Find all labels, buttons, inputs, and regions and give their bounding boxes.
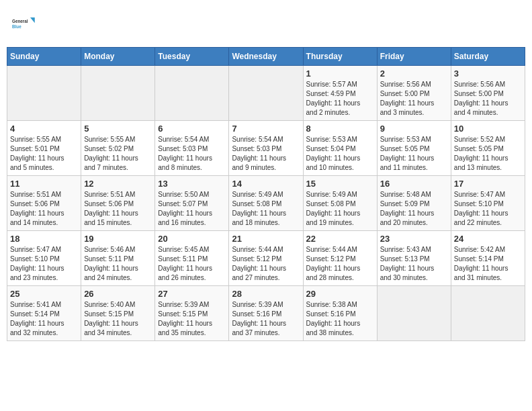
day-info: Sunrise: 5:51 AM Sunset: 5:06 PM Dayligh… bbox=[84, 190, 152, 228]
weekday-header-cell: Thursday bbox=[303, 48, 377, 66]
day-number: 6 bbox=[158, 124, 226, 134]
day-info: Sunrise: 5:49 AM Sunset: 5:08 PM Dayligh… bbox=[232, 190, 300, 228]
calendar-cell: 23Sunrise: 5:43 AM Sunset: 5:13 PM Dayli… bbox=[377, 231, 451, 286]
title-area bbox=[515, 7, 525, 17]
calendar-cell: 12Sunrise: 5:51 AM Sunset: 5:06 PM Dayli… bbox=[81, 176, 155, 231]
weekday-header-cell: Wednesday bbox=[229, 48, 303, 66]
calendar-cell bbox=[155, 66, 229, 121]
calendar-cell: 29Sunrise: 5:38 AM Sunset: 5:16 PM Dayli… bbox=[303, 286, 377, 341]
day-number: 17 bbox=[454, 179, 522, 189]
day-number: 25 bbox=[10, 289, 78, 299]
day-number: 18 bbox=[10, 234, 78, 244]
day-info: Sunrise: 5:42 AM Sunset: 5:14 PM Dayligh… bbox=[454, 245, 522, 283]
calendar-cell: 3Sunrise: 5:56 AM Sunset: 5:00 PM Daylig… bbox=[451, 66, 525, 121]
calendar-cell bbox=[377, 286, 451, 341]
calendar-cell: 14Sunrise: 5:49 AM Sunset: 5:08 PM Dayli… bbox=[229, 176, 303, 231]
day-number: 5 bbox=[84, 124, 152, 134]
day-info: Sunrise: 5:54 AM Sunset: 5:03 PM Dayligh… bbox=[232, 135, 300, 173]
calendar-cell: 25Sunrise: 5:41 AM Sunset: 5:14 PM Dayli… bbox=[7, 286, 81, 341]
calendar-cell: 15Sunrise: 5:49 AM Sunset: 5:08 PM Dayli… bbox=[303, 176, 377, 231]
weekday-header-row: SundayMondayTuesdayWednesdayThursdayFrid… bbox=[7, 48, 525, 66]
calendar-cell bbox=[7, 66, 81, 121]
day-number: 26 bbox=[84, 289, 152, 299]
day-info: Sunrise: 5:55 AM Sunset: 5:02 PM Dayligh… bbox=[84, 135, 152, 173]
day-number: 29 bbox=[306, 289, 374, 299]
day-number: 12 bbox=[84, 179, 152, 189]
calendar-cell: 2Sunrise: 5:56 AM Sunset: 5:00 PM Daylig… bbox=[377, 66, 451, 121]
day-info: Sunrise: 5:39 AM Sunset: 5:16 PM Dayligh… bbox=[232, 300, 300, 338]
day-number: 16 bbox=[380, 179, 448, 189]
day-number: 13 bbox=[158, 179, 226, 189]
calendar-cell: 8Sunrise: 5:53 AM Sunset: 5:04 PM Daylig… bbox=[303, 121, 377, 176]
day-number: 15 bbox=[306, 179, 374, 189]
day-info: Sunrise: 5:44 AM Sunset: 5:12 PM Dayligh… bbox=[232, 245, 300, 283]
logo-icon: GeneralBlue bbox=[12, 12, 36, 36]
day-info: Sunrise: 5:43 AM Sunset: 5:13 PM Dayligh… bbox=[380, 245, 448, 283]
calendar-cell bbox=[451, 286, 525, 341]
calendar-cell: 9Sunrise: 5:53 AM Sunset: 5:05 PM Daylig… bbox=[377, 121, 451, 176]
day-info: Sunrise: 5:53 AM Sunset: 5:04 PM Dayligh… bbox=[306, 135, 374, 173]
day-info: Sunrise: 5:56 AM Sunset: 5:00 PM Dayligh… bbox=[380, 80, 448, 118]
day-number: 20 bbox=[158, 234, 226, 244]
calendar-cell: 28Sunrise: 5:39 AM Sunset: 5:16 PM Dayli… bbox=[229, 286, 303, 341]
day-info: Sunrise: 5:54 AM Sunset: 5:03 PM Dayligh… bbox=[158, 135, 226, 173]
day-info: Sunrise: 5:49 AM Sunset: 5:08 PM Dayligh… bbox=[306, 190, 374, 228]
day-info: Sunrise: 5:40 AM Sunset: 5:15 PM Dayligh… bbox=[84, 300, 152, 338]
calendar-cell bbox=[229, 66, 303, 121]
day-info: Sunrise: 5:53 AM Sunset: 5:05 PM Dayligh… bbox=[380, 135, 448, 173]
weekday-header-cell: Saturday bbox=[451, 48, 525, 66]
day-number: 11 bbox=[10, 179, 78, 189]
day-number: 2 bbox=[380, 68, 448, 79]
calendar-cell bbox=[81, 66, 155, 121]
day-info: Sunrise: 5:46 AM Sunset: 5:11 PM Dayligh… bbox=[84, 245, 152, 283]
calendar-cell: 7Sunrise: 5:54 AM Sunset: 5:03 PM Daylig… bbox=[229, 121, 303, 176]
calendar-cell: 24Sunrise: 5:42 AM Sunset: 5:14 PM Dayli… bbox=[451, 231, 525, 286]
day-number: 14 bbox=[232, 179, 300, 189]
calendar-cell: 20Sunrise: 5:45 AM Sunset: 5:11 PM Dayli… bbox=[155, 231, 229, 286]
day-number: 21 bbox=[232, 234, 300, 244]
weekday-header-cell: Tuesday bbox=[155, 48, 229, 66]
calendar-cell: 26Sunrise: 5:40 AM Sunset: 5:15 PM Dayli… bbox=[81, 286, 155, 341]
day-info: Sunrise: 5:47 AM Sunset: 5:10 PM Dayligh… bbox=[10, 245, 78, 283]
day-info: Sunrise: 5:48 AM Sunset: 5:09 PM Dayligh… bbox=[380, 190, 448, 228]
calendar-cell: 17Sunrise: 5:47 AM Sunset: 5:10 PM Dayli… bbox=[451, 176, 525, 231]
day-info: Sunrise: 5:38 AM Sunset: 5:16 PM Dayligh… bbox=[306, 300, 374, 338]
calendar-cell: 10Sunrise: 5:52 AM Sunset: 5:05 PM Dayli… bbox=[451, 121, 525, 176]
day-number: 19 bbox=[84, 234, 152, 244]
calendar-table: SundayMondayTuesdayWednesdayThursdayFrid… bbox=[7, 47, 525, 341]
calendar-week-row: 4Sunrise: 5:55 AM Sunset: 5:01 PM Daylig… bbox=[7, 121, 525, 176]
day-info: Sunrise: 5:44 AM Sunset: 5:12 PM Dayligh… bbox=[306, 245, 374, 283]
day-info: Sunrise: 5:47 AM Sunset: 5:10 PM Dayligh… bbox=[454, 190, 522, 228]
day-number: 24 bbox=[454, 234, 522, 244]
svg-text:General: General bbox=[12, 19, 28, 24]
day-number: 1 bbox=[306, 68, 374, 79]
day-number: 22 bbox=[306, 234, 374, 244]
calendar-cell: 11Sunrise: 5:51 AM Sunset: 5:06 PM Dayli… bbox=[7, 176, 81, 231]
weekday-header-cell: Monday bbox=[81, 48, 155, 66]
day-info: Sunrise: 5:51 AM Sunset: 5:06 PM Dayligh… bbox=[10, 190, 78, 228]
day-number: 10 bbox=[454, 124, 522, 134]
weekday-header-cell: Friday bbox=[377, 48, 451, 66]
calendar-cell: 1Sunrise: 5:57 AM Sunset: 4:59 PM Daylig… bbox=[303, 66, 377, 121]
calendar-cell: 16Sunrise: 5:48 AM Sunset: 5:09 PM Dayli… bbox=[377, 176, 451, 231]
day-info: Sunrise: 5:41 AM Sunset: 5:14 PM Dayligh… bbox=[10, 300, 78, 338]
day-number: 4 bbox=[10, 124, 78, 134]
calendar-week-row: 25Sunrise: 5:41 AM Sunset: 5:14 PM Dayli… bbox=[7, 286, 525, 341]
calendar-week-row: 18Sunrise: 5:47 AM Sunset: 5:10 PM Dayli… bbox=[7, 231, 525, 286]
calendar-cell: 22Sunrise: 5:44 AM Sunset: 5:12 PM Dayli… bbox=[303, 231, 377, 286]
calendar-cell: 19Sunrise: 5:46 AM Sunset: 5:11 PM Dayli… bbox=[81, 231, 155, 286]
svg-marker-2 bbox=[30, 17, 35, 23]
day-info: Sunrise: 5:55 AM Sunset: 5:01 PM Dayligh… bbox=[10, 135, 78, 173]
calendar-body: 1Sunrise: 5:57 AM Sunset: 4:59 PM Daylig… bbox=[7, 66, 525, 341]
calendar-cell: 18Sunrise: 5:47 AM Sunset: 5:10 PM Dayli… bbox=[7, 231, 81, 286]
day-info: Sunrise: 5:57 AM Sunset: 4:59 PM Dayligh… bbox=[306, 80, 374, 118]
calendar-week-row: 1Sunrise: 5:57 AM Sunset: 4:59 PM Daylig… bbox=[7, 66, 525, 121]
day-number: 23 bbox=[380, 234, 448, 244]
calendar-cell: 13Sunrise: 5:50 AM Sunset: 5:07 PM Dayli… bbox=[155, 176, 229, 231]
day-info: Sunrise: 5:50 AM Sunset: 5:07 PM Dayligh… bbox=[158, 190, 226, 228]
calendar-cell: 21Sunrise: 5:44 AM Sunset: 5:12 PM Dayli… bbox=[229, 231, 303, 286]
day-info: Sunrise: 5:52 AM Sunset: 5:05 PM Dayligh… bbox=[454, 135, 522, 173]
calendar-cell: 5Sunrise: 5:55 AM Sunset: 5:02 PM Daylig… bbox=[81, 121, 155, 176]
day-number: 9 bbox=[380, 124, 448, 134]
calendar-cell: 27Sunrise: 5:39 AM Sunset: 5:15 PM Dayli… bbox=[155, 286, 229, 341]
